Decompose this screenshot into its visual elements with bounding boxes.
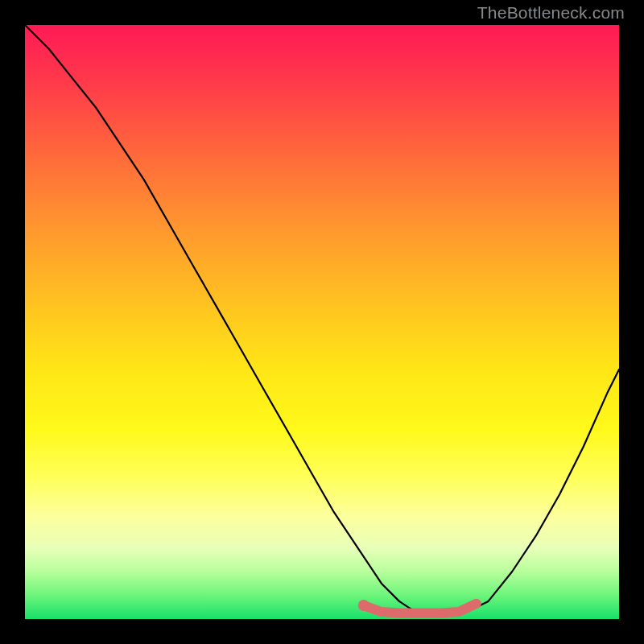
highlight-segment <box>364 604 477 613</box>
chart-frame: TheBottleneck.com <box>0 0 644 644</box>
watermark-text: TheBottleneck.com <box>477 3 625 23</box>
plot-area <box>25 25 619 619</box>
bottleneck-curve <box>25 25 619 613</box>
highlight-start-dot <box>358 600 369 611</box>
chart-svg <box>25 25 619 619</box>
